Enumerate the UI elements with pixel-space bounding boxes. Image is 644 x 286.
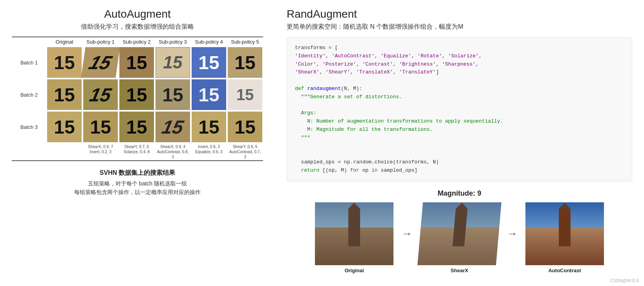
table-row: Batch 1 15 15 15 15 15	[12, 46, 263, 79]
batch3-orig-cell: 15	[46, 111, 82, 143]
augment-table-container: Original Sub-policy 1 Sub-policy 2 Sub-p…	[12, 37, 263, 161]
batch2-label: Batch 2	[12, 79, 46, 111]
batch1-sub2-cell: 15	[119, 46, 155, 79]
header-sub1: Sub-policy 1	[82, 37, 119, 46]
batch1-sub4-cell: 15	[191, 46, 227, 79]
batch2-sub4-img: 15	[192, 79, 226, 110]
batch2-sub1-cell: 15	[82, 79, 119, 111]
batch3-sub2-img: 15	[119, 112, 154, 142]
caption-sub1: ShearX, 0.9, 7Invert, 0.2, 3	[82, 143, 119, 160]
church-tower-orig	[348, 209, 360, 246]
batch3-sub2-cell: 15	[119, 111, 155, 143]
batch3-orig-img: 15	[47, 112, 82, 142]
church-shearx-img	[417, 202, 501, 265]
header-original: Original	[46, 37, 82, 46]
header-sub5: Sub-policy 5	[227, 37, 263, 46]
caption-sub2: ShearY, 0.7, 6Solarize, 0.4, 8	[119, 143, 155, 160]
batch3-sub3-cell: 15	[155, 111, 191, 143]
augment-table: Original Sub-policy 1 Sub-policy 2 Sub-p…	[12, 37, 263, 160]
batch2-sub5-cell: 15	[227, 79, 263, 111]
batch3-sub1-cell: 15	[82, 111, 119, 143]
batch3-sub5-cell: 15	[227, 111, 263, 143]
caption-row: ShearX, 0.9, 7Invert, 0.2, 3 ShearY, 0.7…	[12, 143, 263, 160]
batch1-orig-cell: 15	[46, 46, 82, 79]
bottom-text1: 五组策略，对于每个 batch 随机选取一组	[12, 180, 263, 187]
right-title: RandAugment	[287, 8, 632, 20]
caption-empty	[12, 143, 46, 160]
header-sub3: Sub-policy 3	[155, 37, 191, 46]
caption-sub4: Invert, 0.9, 3Equalize, 0.6, 3	[191, 143, 227, 160]
batch3-sub1-img: 15	[83, 112, 118, 142]
magnitude-title: Magnitude: 9	[438, 189, 481, 198]
left-panel: AutoAugment 借助强化学习，搜索数据增强的组合策略 Original …	[0, 0, 275, 286]
right-subtitle: 更简单的搜索空间：随机选取 N 个数据增强操作组合，幅度为M	[287, 23, 632, 31]
arrow-1: →	[401, 227, 412, 248]
church-autocontrast-img	[525, 202, 604, 265]
batch2-sub5-img: 15	[228, 79, 262, 110]
mag-img-original: Original	[315, 202, 393, 273]
batch2-sub3-img: 15	[156, 79, 190, 110]
caption-sub5: ShearY, 0.8, 5AutoContrast, 0.7, 3	[227, 143, 263, 160]
header-empty	[12, 37, 46, 46]
mag-img-autocontrast: AutoContrast	[525, 202, 604, 273]
church-tower-autocontrast	[559, 209, 571, 246]
caption-orig	[46, 143, 82, 160]
batch1-sub5-img: 15	[228, 47, 262, 78]
batch3-sub4-img: 15	[192, 112, 226, 142]
batch1-sub3-cell: 15	[155, 46, 191, 79]
batch2-sub3-cell: 15	[155, 79, 191, 111]
code-block: transforms = [ 'Identity', 'AutoContrast…	[287, 37, 632, 182]
batch2-sub4-cell: 15	[191, 79, 227, 111]
batch1-sub3-img: 15	[156, 47, 190, 78]
batch2-orig-cell: 15	[46, 79, 82, 111]
table-row: Batch 2 15 15 15 15 15	[12, 79, 263, 111]
batch3-sub4-cell: 15	[191, 111, 227, 143]
batch1-sub1-img: 15	[81, 47, 120, 78]
batch2-sub1-img: 15	[83, 79, 118, 110]
caption-sub3: ShearX, 0.9, 4AutoContrast, 0.8, 3	[155, 143, 191, 160]
batch3-sub3-img: 15	[156, 112, 190, 142]
left-subtitle: 借助强化学习，搜索数据增强的组合策略	[81, 23, 194, 31]
bottom-text2: 每组策略包含两个操作，以一定概率应用对应的操作	[12, 189, 263, 196]
right-panel: RandAugment 更简单的搜索空间：随机选取 N 个数据增强操作组合，幅度…	[275, 0, 644, 286]
mag-img-shearx: ShearX	[420, 202, 499, 273]
header-sub2: Sub-policy 2	[119, 37, 155, 46]
bottom-section: SVHN 数据集上的搜索结果 五组策略，对于每个 batch 随机选取一组 每组…	[12, 169, 263, 198]
batch1-sub2-img: 15	[119, 47, 154, 78]
autocontrast-label: AutoContrast	[548, 268, 581, 273]
batch1-sub5-cell: 15	[227, 46, 263, 79]
batch2-sub2-img: 15	[119, 79, 154, 110]
magnitude-images: Original → ShearX → AutoContrast	[315, 202, 604, 273]
church-tower-shearx	[452, 209, 467, 246]
left-title: AutoAugment	[104, 8, 171, 20]
batch2-sub2-cell: 15	[119, 79, 155, 111]
orig-label: Original	[344, 268, 364, 273]
batch2-orig-img: 15	[47, 79, 82, 110]
shearx-label: ShearX	[451, 268, 468, 273]
arrow-2: →	[507, 227, 518, 248]
magnitude-section: Magnitude: 9 Original → ShearX → Auto	[287, 189, 632, 273]
church-orig-img	[315, 202, 393, 265]
bottom-title: SVHN 数据集上的搜索结果	[12, 169, 263, 177]
batch1-orig-img: 15	[47, 47, 82, 78]
table-row: Batch 3 15 15 15 15 15	[12, 111, 263, 143]
batch1-sub4-img: 15	[192, 47, 226, 78]
batch3-sub5-img: 15	[228, 112, 262, 142]
header-sub4: Sub-policy 4	[191, 37, 227, 46]
batch3-label: Batch 3	[12, 111, 46, 143]
watermark: CSDN@W.O.E	[610, 278, 639, 283]
batch1-sub1-cell: 15	[82, 46, 119, 79]
batch1-label: Batch 1	[12, 46, 46, 79]
